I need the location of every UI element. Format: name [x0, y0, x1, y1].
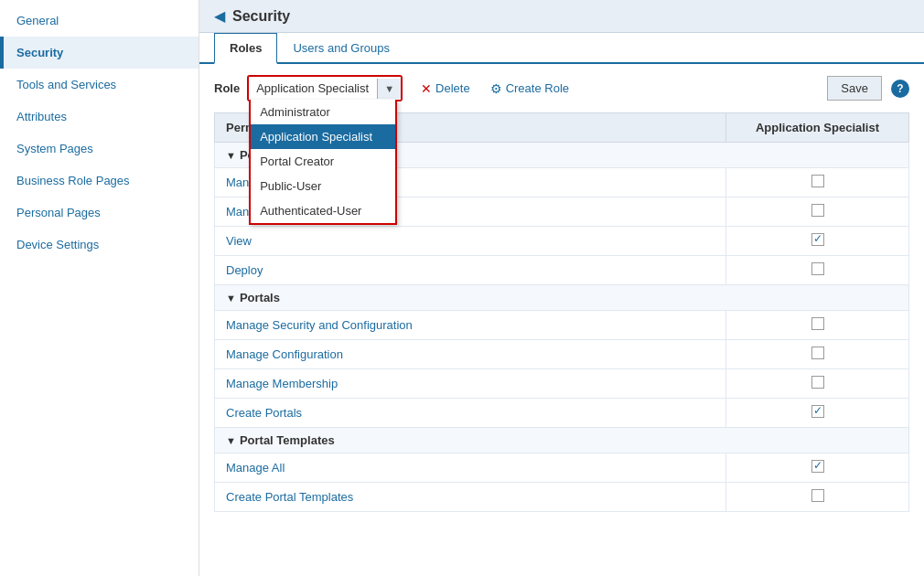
role-dropdown-menu: Administrator Application Specialist Por… [249, 100, 397, 225]
page-header: ◀ Security [199, 0, 924, 33]
delete-button[interactable]: ✕ Delete [414, 78, 478, 100]
right-buttons: Save ? [827, 76, 909, 101]
permission-checkbox[interactable] [811, 460, 824, 473]
permission-name-cell: Manage All [215, 453, 726, 483]
permission-check-cell[interactable] [726, 256, 909, 285]
sidebar-item-device-settings[interactable]: Device Settings [0, 229, 199, 261]
section-arrow-icon: ▼ [226, 435, 236, 446]
sidebar-item-system-pages[interactable]: System Pages [0, 133, 199, 165]
create-role-button[interactable]: ⚙ Create Role [483, 78, 576, 100]
sidebar-item-security[interactable]: Security [0, 37, 199, 69]
permission-checkbox[interactable] [811, 204, 824, 217]
section-row-portal-templates: ▼Portal Templates [215, 428, 909, 453]
permission-name-cell: View [215, 227, 726, 256]
delete-icon: ✕ [421, 81, 432, 96]
page-title: Security [232, 8, 290, 25]
permission-checkbox[interactable] [811, 376, 824, 389]
sidebar-item-tools-and-services[interactable]: Tools and Services [0, 69, 199, 101]
permission-name-cell: Manage Security and Configuration [215, 311, 726, 340]
permission-checkbox[interactable] [811, 489, 824, 502]
permission-check-cell[interactable] [726, 197, 909, 227]
back-arrow-icon[interactable]: ◀ [214, 7, 225, 25]
action-buttons: ✕ Delete ⚙ Create Role [414, 78, 576, 100]
permission-name-cell: Manage Membership [215, 369, 726, 399]
role-label: Role [214, 81, 240, 95]
permission-checkbox[interactable] [811, 175, 824, 187]
section-row-portals: ▼Portals [215, 285, 909, 311]
table-row: View [215, 227, 909, 256]
tab-users-and-groups[interactable]: Users and Groups [277, 33, 405, 64]
section-arrow-icon: ▼ [226, 293, 236, 304]
permission-name-cell: Create Portals [215, 399, 726, 428]
table-row: Manage Security and Configuration [215, 311, 909, 340]
role-select-wrapper: Application Specialist ▼ Administrator A… [247, 75, 403, 101]
permission-check-cell[interactable] [726, 168, 909, 197]
permission-checkbox[interactable] [811, 317, 824, 330]
permission-checkbox[interactable] [811, 347, 824, 359]
tab-roles[interactable]: Roles [214, 33, 277, 64]
sidebar: General Security Tools and Services Attr… [0, 0, 199, 576]
tab-bar: Roles Users and Groups [199, 33, 924, 64]
role-dropdown-button[interactable]: ▼ [377, 79, 401, 99]
permission-name-cell: Create Portal Templates [215, 483, 726, 512]
main-content: ◀ Security Roles Users and Groups Role A… [199, 0, 924, 576]
help-button[interactable]: ? [891, 80, 909, 98]
permission-checkbox[interactable] [811, 405, 824, 418]
sidebar-item-general[interactable]: General [0, 5, 199, 37]
permission-check-cell[interactable] [726, 340, 909, 369]
permission-check-cell[interactable] [726, 399, 909, 428]
permission-checkbox[interactable] [811, 262, 824, 275]
role-select-value: Application Specialist [249, 77, 377, 100]
permission-check-cell[interactable] [726, 227, 909, 256]
dropdown-item-authenticated-user[interactable]: Authenticated-User [251, 198, 395, 223]
sidebar-item-attributes[interactable]: Attributes [0, 101, 199, 133]
dropdown-item-application-specialist[interactable]: Application Specialist [251, 124, 395, 149]
permission-name-cell: Deploy [215, 256, 726, 285]
section-arrow-icon: ▼ [226, 150, 236, 161]
permission-checkbox[interactable] [811, 233, 824, 246]
table-row: Deploy [215, 256, 909, 285]
role-select-box: Application Specialist ▼ [249, 77, 401, 100]
delete-label: Delete [435, 81, 470, 95]
permission-check-cell[interactable] [726, 369, 909, 399]
dropdown-item-portal-creator[interactable]: Portal Creator [251, 149, 395, 174]
sidebar-item-business-role-pages[interactable]: Business Role Pages [0, 165, 199, 197]
role-row: Role Application Specialist ▼ Administra… [214, 75, 909, 101]
dropdown-item-public-user[interactable]: Public-User [251, 174, 395, 198]
table-row: Manage All [215, 453, 909, 483]
permission-check-cell[interactable] [726, 311, 909, 340]
permission-name-cell: Manage Configuration [215, 340, 726, 369]
content-area: Role Application Specialist ▼ Administra… [199, 64, 924, 576]
dropdown-item-administrator[interactable]: Administrator [251, 100, 395, 124]
save-button[interactable]: Save [827, 76, 882, 101]
table-row: Create Portal Templates [215, 483, 909, 512]
role-col-header: Application Specialist [726, 113, 909, 143]
table-row: Manage Configuration [215, 340, 909, 369]
gear-icon: ⚙ [490, 81, 502, 96]
create-role-label: Create Role [506, 81, 569, 95]
sidebar-item-personal-pages[interactable]: Personal Pages [0, 197, 199, 229]
permission-check-cell[interactable] [726, 453, 909, 483]
permission-check-cell[interactable] [726, 483, 909, 512]
table-row: Create Portals [215, 399, 909, 428]
table-row: Manage Membership [215, 369, 909, 399]
